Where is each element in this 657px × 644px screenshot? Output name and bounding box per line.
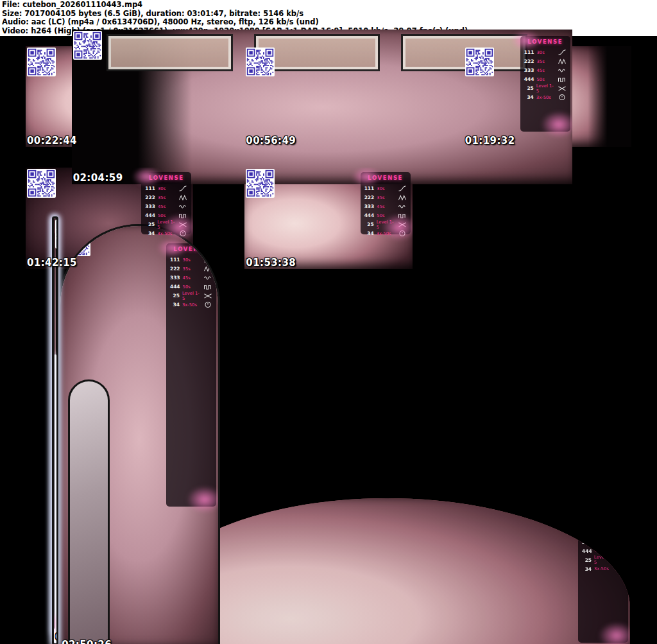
tip-menu-item: 343x-50s (170, 300, 212, 309)
tip-duration: 30s (537, 50, 555, 55)
shuffle-icon (558, 85, 567, 92)
lovense-tip-menu: LOVENSE Responding in chatah999 62s 1113… (52, 231, 55, 631)
wave-square-icon (615, 548, 624, 555)
tip-amount: 444 (170, 284, 180, 290)
pink-smoke-effect (569, 502, 599, 521)
tip-menu-item: 343x-50s (145, 229, 187, 238)
tip-amount: 444 (145, 213, 155, 218)
file-info-line: Size: 7017004105 bytes (6.5 GiB), durati… (2, 10, 655, 19)
lovense-tip-menu: LOVENSE 11130s22235s33345s44450s25Level … (141, 172, 191, 235)
scene-background (72, 30, 572, 184)
tip-duration: 3x-50s (536, 95, 555, 100)
tip-menu-item: 44450s (582, 546, 624, 555)
tip-duration: 35s (183, 266, 201, 272)
tip-amount: 333 (145, 204, 155, 209)
tip-amount: 444 (582, 548, 592, 554)
tip-menu-item: 33345s (145, 202, 187, 211)
tip-duration: Level 1-5 (536, 83, 555, 94)
tip-duration: 45s (158, 204, 176, 209)
tip-amount: 34 (582, 566, 592, 572)
timer-icon (615, 566, 624, 573)
tip-amount: 222 (170, 266, 180, 272)
tip-duration: 30s (183, 257, 201, 263)
tip-menu-item: 11130s (582, 519, 624, 528)
tip-duration: 30s (158, 186, 176, 191)
tip-duration: 35s (377, 195, 395, 200)
tip-duration: 45s (537, 68, 555, 73)
tip-menu-item: 25Level 1-5 (145, 220, 187, 229)
qr-code (246, 169, 275, 198)
tip-amount: 333 (170, 275, 180, 281)
wave-rise-icon (398, 185, 407, 192)
timer-icon (203, 301, 212, 308)
tip-duration: 50s (537, 77, 555, 82)
responding-username: chatah999 (52, 249, 55, 255)
qr-code (73, 31, 102, 60)
wave-rise-icon (615, 521, 624, 528)
video-thumbnail[interactable]: LOVENSE Responding in chatah999 62s 1113… (52, 216, 58, 644)
tip-amount: 25 (170, 293, 180, 299)
tip-duration: Level 1-5 (182, 291, 201, 301)
wave-peaks-icon (558, 58, 567, 65)
tip-amount: 25 (364, 222, 374, 227)
picture-frame (401, 34, 527, 71)
wave-peaks-icon (398, 194, 407, 201)
wave-sine-icon (398, 203, 407, 210)
wave-rise-icon (178, 185, 187, 192)
tip-amount: 333 (524, 67, 534, 73)
lovense-logo: LOVENSE (520, 39, 570, 45)
qr-code (27, 48, 56, 76)
lovense-logo: LOVENSE (166, 246, 216, 252)
tip-menu-list: 11130s22235s33345s44450s25Level 1-5343x-… (166, 256, 216, 309)
lovense-tip-menu: LOVENSE 11130s22235s33345s44450s25Level … (578, 507, 628, 643)
video-thumbnail[interactable]: LOVENSE 11130s22235s33345s44450s25Level … (58, 224, 220, 644)
tip-menu-list: 11130s22235s33345s44450s25Level 1-5343x-… (361, 184, 411, 238)
tip-menu-item: 11130s (170, 256, 212, 265)
tip-menu-item: 22235s (524, 57, 567, 66)
tip-menu-item: 25Level 1-5 (364, 220, 407, 229)
tip-menu-item: 22235s (582, 528, 624, 537)
lovense-tip-menu: LOVENSE 11130s22235s33345s44450s25Level … (361, 172, 411, 235)
shuffle-icon (615, 557, 624, 564)
lovense-tip-menu: LOVENSE 11130s22235s33345s44450s25Level … (520, 36, 570, 132)
qr-code (27, 169, 56, 198)
tip-menu-item: 25Level 1-5 (524, 84, 567, 93)
tip-amount: 25 (524, 85, 534, 91)
tip-amount: 34 (170, 302, 180, 308)
wave-square-icon (203, 283, 212, 290)
tip-duration: 3x-50s (377, 231, 395, 236)
shuffle-icon (178, 221, 187, 228)
tip-amount: 111 (145, 186, 155, 191)
tip-menu-item: 11130s (364, 184, 407, 193)
lovense-logo: LOVENSE (361, 175, 411, 181)
timestamp-overlay: 02:50:26 (62, 639, 112, 644)
timestamp-overlay: 00:22:44 (27, 135, 77, 146)
lovense-logo: LOVENSE (52, 234, 55, 240)
thumbnail-grid: 00:11:22 00:22:44 00:34:06 (0, 36, 657, 644)
timestamp-overlay: 01:42:15 (27, 257, 77, 268)
wave-peaks-icon (203, 265, 212, 272)
responding-label: Responding in (52, 243, 55, 248)
tip-menu-item: 343x-50s (364, 229, 407, 238)
qr-code (55, 220, 58, 248)
tip-duration: 45s (595, 539, 613, 544)
tip-amount: 25 (145, 222, 155, 227)
tip-menu-item: 343x-50s (524, 93, 567, 102)
tip-menu-item: 25Level 1-5 (170, 292, 212, 300)
timestamp-overlay: 02:39:04 (55, 631, 58, 643)
video-thumbnail[interactable]: LOVENSE 11130s22235s33345s44450s25Level … (72, 30, 572, 184)
tip-amount: 444 (524, 76, 534, 82)
tip-menu-list: 11130s22235s33345s44450s25Level 1-5343x-… (52, 289, 55, 337)
tip-duration: Level 1-5 (594, 555, 613, 565)
tip-duration: 50s (595, 548, 613, 553)
tip-menu-list: 11130s22235s33345s44450s25Level 1-5343x-… (578, 519, 628, 573)
tip-menu-list: 11130s22235s33345s44450s25Level 1-5343x-… (141, 184, 191, 238)
wave-rise-icon (558, 49, 567, 56)
tip-menu-item: 33345s (170, 274, 212, 283)
tip-menu-item: 22235s (145, 193, 187, 202)
qr-code (465, 48, 494, 76)
tip-menu-item: 11130s (524, 48, 567, 57)
timer-icon (398, 230, 407, 237)
tip-duration: Level 1-5 (157, 220, 176, 230)
pink-smoke-effect (599, 622, 630, 644)
